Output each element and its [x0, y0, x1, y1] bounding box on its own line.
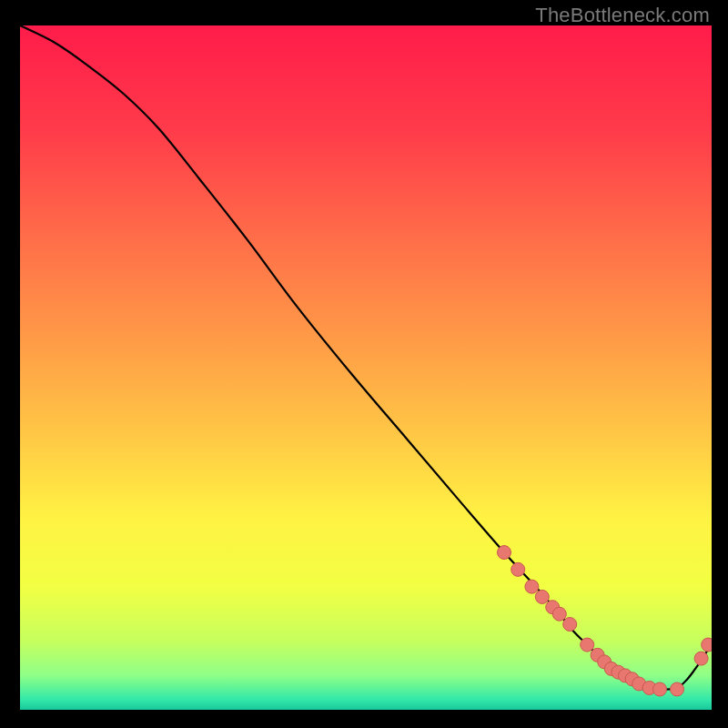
gradient-background	[20, 25, 712, 710]
chart-stage: TheBottleneck.com	[0, 0, 728, 728]
fit-marker	[563, 618, 577, 632]
fit-marker	[552, 607, 566, 621]
bottleneck-chart	[0, 0, 728, 728]
fit-marker	[671, 682, 684, 696]
fit-marker	[581, 638, 594, 652]
fit-marker	[498, 546, 511, 560]
fit-marker	[694, 652, 708, 665]
fit-marker	[535, 590, 549, 603]
fit-marker	[702, 638, 715, 652]
fit-marker	[653, 682, 667, 696]
fit-marker	[511, 562, 525, 576]
fit-marker	[525, 580, 539, 593]
watermark-text: TheBottleneck.com	[535, 4, 710, 27]
